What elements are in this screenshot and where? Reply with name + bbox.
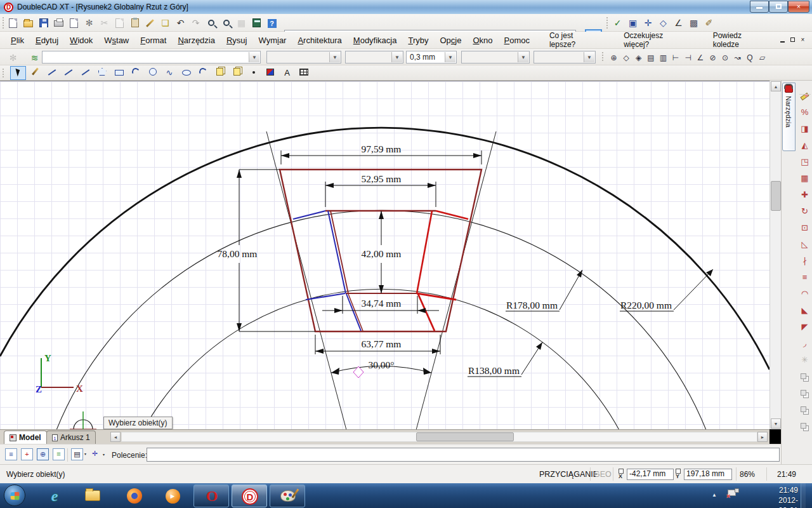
- doublecad-taskbar-button[interactable]: D: [232, 485, 267, 507]
- offset-icon[interactable]: ◳: [799, 156, 811, 168]
- dim-associative-icon[interactable]: ▱: [756, 51, 768, 65]
- vertical-scrollbar[interactable]: ▲ ▼: [769, 81, 781, 429]
- chamfer-icon[interactable]: ◣: [799, 304, 811, 317]
- layer-combobox[interactable]: ▼: [42, 51, 261, 64]
- close-button[interactable]: ×: [788, 1, 809, 13]
- slot-selected-edges[interactable]: [293, 211, 468, 331]
- print-icon[interactable]: [52, 17, 65, 30]
- command-input[interactable]: [147, 448, 780, 462]
- start-button[interactable]: [4, 485, 25, 506]
- horizontal-scrollbar[interactable]: [121, 432, 757, 442]
- erase-icon[interactable]: [799, 90, 811, 102]
- new-file-icon[interactable]: [6, 17, 20, 30]
- mirror-icon[interactable]: ◭: [799, 139, 811, 152]
- internet-explorer-icon[interactable]: e: [46, 487, 63, 505]
- redo-icon[interactable]: ↷: [189, 17, 202, 30]
- history-window-button[interactable]: ≡: [5, 448, 17, 460]
- show-desktop-button[interactable]: [801, 483, 806, 508]
- menu-modyfikacja[interactable]: Modyfikacja: [348, 33, 403, 48]
- menu-narzedzia[interactable]: Narzędzia: [172, 33, 221, 48]
- promo-powiedz-koledze[interactable]: Powiedz koledze: [699, 30, 772, 50]
- menu-wymiar[interactable]: Wymiar: [252, 33, 292, 48]
- trim-icon[interactable]: ∤: [799, 255, 811, 267]
- settings-gear-icon[interactable]: ✻: [82, 17, 96, 30]
- text-style-combobox[interactable]: ▼: [534, 51, 596, 64]
- snap-toggle[interactable]: PRZYCIĄGANIE: [539, 470, 598, 479]
- mdi-close-button[interactable]: ×: [799, 36, 807, 44]
- text-tool[interactable]: A: [279, 66, 295, 80]
- polygon-tool[interactable]: [95, 66, 110, 80]
- paste-icon[interactable]: [128, 17, 141, 30]
- dim-datum-icon[interactable]: ⊣: [682, 51, 694, 65]
- fill-tool[interactable]: [263, 66, 278, 80]
- format-painter-icon[interactable]: ✐: [702, 17, 716, 30]
- horizontal-scroll-thumb[interactable]: [416, 432, 514, 441]
- snap-menu-button[interactable]: ✛▾: [89, 448, 101, 460]
- scroll-left-button[interactable]: ◄: [110, 432, 121, 442]
- boolean-intersect-icon[interactable]: [799, 403, 811, 416]
- menu-plik[interactable]: Plik: [5, 33, 30, 48]
- dim-radius-icon[interactable]: ⊘: [707, 51, 719, 65]
- layer-settings-icon[interactable]: ✻: [6, 51, 20, 65]
- scroll-right-button[interactable]: ►: [757, 432, 768, 442]
- help-icon[interactable]: ?: [265, 17, 278, 30]
- arc-tool[interactable]: [128, 66, 144, 80]
- maximize-button[interactable]: [769, 1, 788, 13]
- hatch-combobox[interactable]: ▼: [461, 51, 530, 64]
- toolbar-grip[interactable]: [606, 17, 608, 29]
- tray-expand-icon[interactable]: ▲: [712, 492, 717, 498]
- mdi-restore-button[interactable]: [789, 36, 797, 44]
- duplicate-tool[interactable]: [212, 66, 228, 80]
- rotate-icon[interactable]: ↻: [799, 205, 811, 218]
- copy-icon[interactable]: [113, 17, 126, 30]
- minimize-button[interactable]: [750, 1, 769, 13]
- drawing-canvas[interactable]: 97,59 mm 52,95 mm 78,00 mm 42,00 mm: [0, 81, 769, 429]
- network-disconnected-icon[interactable]: ×: [726, 488, 739, 500]
- color-combobox[interactable]: ▼: [266, 51, 341, 64]
- menu-tryby[interactable]: Tryby: [402, 33, 434, 48]
- tab-model[interactable]: Model: [4, 431, 47, 444]
- spline-tool[interactable]: ∿: [162, 66, 178, 80]
- promo-co-jest-lepsze[interactable]: Co jest lepsze?: [535, 30, 603, 50]
- coordinate-entry-button[interactable]: ⊕: [37, 448, 49, 460]
- spell-check-icon[interactable]: ✓: [611, 17, 624, 30]
- sketch-tool[interactable]: [27, 66, 43, 80]
- expression-button[interactable]: =: [53, 448, 65, 460]
- copy-circular-icon[interactable]: %: [799, 106, 811, 119]
- open-file-icon[interactable]: [22, 17, 35, 30]
- geo-toggle[interactable]: GEO: [594, 470, 612, 479]
- edit-arc-icon[interactable]: ◠: [799, 288, 811, 300]
- dim-baseline-icon[interactable]: ▥: [657, 51, 669, 65]
- zoom-window-icon[interactable]: [219, 17, 233, 30]
- y-coordinate-field[interactable]: 197,18 mm: [684, 469, 732, 480]
- layers-icon[interactable]: ≋: [28, 51, 41, 65]
- array-icon[interactable]: ▦: [799, 172, 811, 185]
- boolean-union-icon[interactable]: [799, 370, 811, 383]
- selector-icon[interactable]: ▦: [235, 17, 248, 30]
- copy-entity-icon[interactable]: ❏: [159, 17, 172, 30]
- boolean-subtract-icon[interactable]: [799, 387, 811, 399]
- media-player-icon[interactable]: ►: [164, 487, 181, 505]
- move-icon[interactable]: ✚: [799, 189, 811, 201]
- menu-rysuj[interactable]: Rysuj: [221, 33, 253, 48]
- paint-taskbar-button[interactable]: [270, 485, 305, 507]
- record-script-button[interactable]: +: [21, 448, 33, 460]
- undo-icon[interactable]: ↶: [174, 17, 187, 30]
- hatch-pattern-icon[interactable]: ▩: [687, 17, 700, 30]
- table-tool[interactable]: [296, 66, 312, 80]
- menu-edytuj[interactable]: Edytuj: [30, 33, 64, 48]
- file-explorer-icon[interactable]: [84, 487, 102, 505]
- menu-pomoc[interactable]: Pomoc: [499, 33, 535, 48]
- toolbar-grip[interactable]: [2, 68, 4, 77]
- dim-angled-icon[interactable]: ◈: [632, 51, 645, 65]
- circle-tool[interactable]: [145, 66, 160, 80]
- move-axes-icon[interactable]: ✛: [641, 17, 655, 30]
- menu-okno[interactable]: Okno: [467, 33, 498, 48]
- menu-wstaw[interactable]: Wstaw: [98, 33, 134, 48]
- vertical-scroll-thumb[interactable]: [771, 181, 781, 211]
- toolbar-grip[interactable]: [2, 17, 4, 29]
- scroll-up-button[interactable]: ▲: [771, 81, 781, 91]
- opera-taskbar-button[interactable]: O: [193, 485, 229, 507]
- taskbar-clock[interactable]: 21:49 2012-09-01: [778, 485, 798, 508]
- save-icon[interactable]: [37, 17, 50, 30]
